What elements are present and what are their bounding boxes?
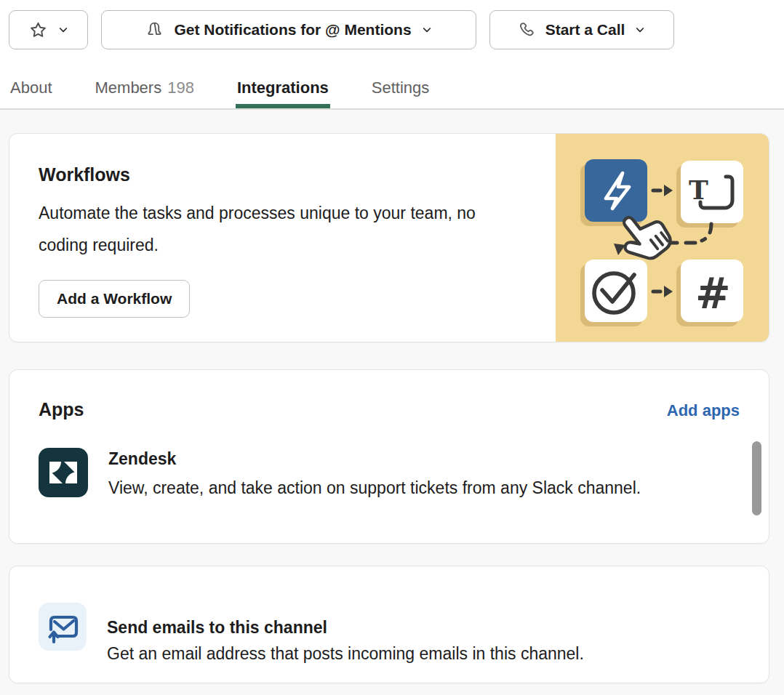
chevron-down-icon — [421, 24, 433, 36]
tab-integrations-label: Integrations — [237, 79, 329, 97]
send-emails-description: Get an email address that posts incoming… — [107, 644, 584, 664]
apps-title: Apps — [39, 399, 84, 420]
app-list-item-zendesk[interactable]: Zendesk View, create, and take action on… — [39, 448, 740, 515]
star-icon — [28, 20, 48, 40]
tab-members[interactable]: Members198 — [94, 79, 196, 108]
svg-text:T: T — [689, 174, 708, 205]
workflows-title: Workflows — [39, 164, 541, 185]
workflows-illustration: T # — [556, 134, 769, 342]
chevron-down-icon — [634, 24, 646, 36]
app-name: Zendesk — [108, 448, 641, 469]
send-emails-text: Send emails to this channel Get an email… — [107, 586, 584, 664]
tab-members-label: Members — [95, 79, 162, 97]
tab-about[interactable]: About — [9, 79, 54, 108]
zendesk-app-icon — [39, 448, 88, 497]
tab-settings-label: Settings — [372, 79, 430, 97]
phone-icon — [518, 21, 536, 39]
svg-text:#: # — [695, 269, 731, 318]
hash-icon: # — [681, 260, 743, 322]
workflows-card-content: Workflows Automate the tasks and process… — [9, 134, 556, 342]
members-count: 198 — [167, 79, 194, 97]
notifications-button-label: Get Notifications for @ Mentions — [174, 21, 411, 39]
app-description: View, create, and take action on support… — [108, 475, 641, 515]
tab-integrations[interactable]: Integrations — [236, 79, 330, 108]
tab-settings[interactable]: Settings — [370, 79, 431, 108]
apps-list-scrollbar[interactable] — [752, 441, 761, 515]
integrations-panel: Workflows Automate the tasks and process… — [0, 133, 784, 683]
chevron-down-icon — [57, 24, 69, 36]
apps-card-header: Apps Add apps — [39, 399, 740, 420]
tab-about-label: About — [10, 79, 52, 97]
send-email-icon — [39, 603, 87, 651]
add-workflow-button[interactable]: Add a Workflow — [39, 280, 190, 318]
workflows-card: Workflows Automate the tasks and process… — [9, 133, 769, 342]
apps-card: Apps Add apps Zendesk View, create, and … — [9, 369, 769, 544]
star-channel-button[interactable] — [9, 10, 88, 49]
channel-details-header: Get Notifications for @ Mentions Start a… — [0, 0, 784, 110]
add-workflow-button-label: Add a Workflow — [57, 290, 172, 308]
text-field-icon: T — [681, 161, 743, 223]
toolbar: Get Notifications for @ Mentions Start a… — [0, 0, 784, 49]
tab-bar: About Members198 Integrations Settings — [0, 79, 784, 110]
add-apps-link[interactable]: Add apps — [667, 401, 740, 420]
start-call-button[interactable]: Start a Call — [489, 10, 674, 49]
send-emails-card[interactable]: Send emails to this channel Get an email… — [9, 566, 769, 683]
app-item-text: Zendesk View, create, and take action on… — [108, 448, 641, 515]
workflow-illustration-graphic: T # — [556, 134, 769, 342]
notifications-button[interactable]: Get Notifications for @ Mentions — [101, 10, 476, 49]
send-emails-title: Send emails to this channel — [107, 618, 584, 638]
check-circle-icon — [585, 260, 647, 322]
lightning-icon — [585, 159, 647, 222]
workflows-description: Automate the tasks and processes unique … — [39, 197, 519, 261]
start-call-button-label: Start a Call — [545, 21, 625, 39]
bell-icon — [145, 20, 164, 40]
